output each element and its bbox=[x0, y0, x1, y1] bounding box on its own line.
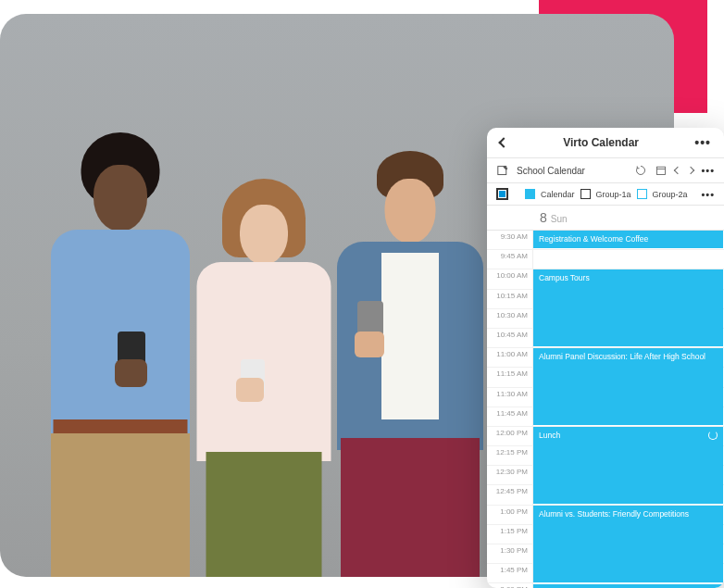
legend-swatch[interactable] bbox=[637, 189, 647, 199]
time-label: 11:45 AM bbox=[487, 407, 532, 418]
legend-label: Group-1a bbox=[596, 190, 631, 199]
date-header: 8 Sun bbox=[487, 206, 724, 231]
time-label: 11:30 AM bbox=[487, 388, 532, 398]
legend-swatch[interactable] bbox=[580, 189, 591, 199]
edit-icon[interactable] bbox=[496, 164, 509, 177]
calendar-view-icon[interactable] bbox=[655, 164, 668, 177]
time-label: 10:00 AM bbox=[487, 269, 532, 280]
calendar-toolbar: School Calendar ••• bbox=[487, 158, 724, 183]
prev-button[interactable] bbox=[674, 167, 681, 174]
calendar-app-panel: Virto Calendar ••• School Calendar ••• C… bbox=[487, 128, 724, 588]
time-label: 1:30 PM bbox=[487, 544, 532, 555]
time-label: 9:45 AM bbox=[487, 250, 532, 260]
legend-more-button[interactable]: ••• bbox=[701, 189, 715, 200]
toolbar-more-button[interactable]: ••• bbox=[701, 165, 715, 176]
refresh-icon[interactable] bbox=[634, 164, 647, 177]
app-title: Virto Calendar bbox=[563, 136, 639, 149]
time-label: 1:15 PM bbox=[487, 525, 532, 535]
calendar-event[interactable]: Closing Ceremony & Raffle Prize Drawing bbox=[533, 584, 723, 588]
legend-label: Calendar bbox=[541, 190, 575, 199]
time-label: 12:00 PM bbox=[487, 427, 532, 437]
time-label: 9:30 AM bbox=[487, 231, 532, 241]
legend-swatch[interactable] bbox=[525, 189, 535, 199]
back-button[interactable] bbox=[498, 137, 508, 147]
calendar-event[interactable]: Alumni vs. Students: Friendly Competitio… bbox=[533, 506, 723, 583]
calendar-event[interactable]: Alumni Panel Discussion: Life After High… bbox=[533, 348, 723, 426]
time-label: 10:15 AM bbox=[487, 290, 532, 300]
time-label: 1:00 PM bbox=[487, 506, 532, 516]
calendar-event[interactable]: Lunch bbox=[533, 427, 723, 505]
time-label: 12:30 PM bbox=[487, 466, 532, 476]
person-illustration bbox=[30, 132, 210, 577]
svg-rect-1 bbox=[657, 167, 666, 174]
legend-row: Calendar Group-1a Group-2a ••• bbox=[487, 183, 724, 206]
time-label: 11:15 AM bbox=[487, 368, 532, 378]
time-label: 12:15 PM bbox=[487, 446, 532, 457]
person-illustration bbox=[185, 179, 343, 577]
tab-label[interactable]: School Calendar bbox=[517, 166, 585, 176]
calendar-event[interactable]: Campus Tours bbox=[533, 269, 723, 347]
time-label: 11:00 AM bbox=[487, 348, 532, 358]
recurring-icon bbox=[708, 431, 718, 440]
time-label: 10:30 AM bbox=[487, 309, 532, 319]
time-label: 1:45 PM bbox=[487, 564, 532, 574]
date-day: Sun bbox=[551, 214, 568, 224]
time-label: 2:00 PM bbox=[487, 583, 532, 588]
time-grid: 9:30 AM9:45 AM10:00 AM10:15 AM10:30 AM10… bbox=[487, 231, 724, 588]
date-number: 8 bbox=[540, 210, 547, 225]
time-label: 10:45 AM bbox=[487, 329, 532, 339]
calendar-header: Virto Calendar ••• bbox=[487, 128, 724, 158]
more-menu-button[interactable]: ••• bbox=[694, 135, 711, 150]
time-label: 12:45 PM bbox=[487, 485, 532, 495]
calendar-event[interactable]: Registration & Welcome Coffee bbox=[533, 231, 723, 249]
next-button[interactable] bbox=[687, 167, 694, 174]
select-all-checkbox[interactable] bbox=[496, 188, 508, 200]
legend-label: Group-2a bbox=[653, 190, 688, 199]
person-illustration bbox=[322, 151, 498, 577]
